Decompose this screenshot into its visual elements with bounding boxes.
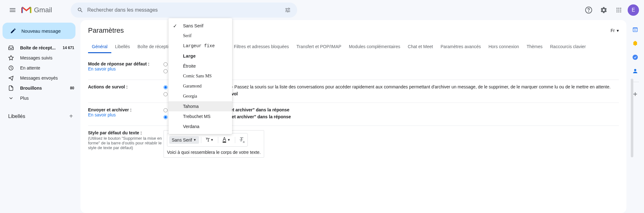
contacts-button[interactable] [632,68,638,74]
language-selector[interactable]: Fr ▾ [611,28,619,33]
send-archive-hide-radio[interactable] [164,115,168,119]
search-input[interactable] [87,7,281,13]
account-avatar[interactable]: E [628,4,639,16]
send-archive-show-text: Afficher le bouton "Envoyer et archiver"… [171,107,619,112]
hover-enable-radio[interactable] [164,85,168,89]
font-menu-item[interactable]: Trebuchet MS [169,111,232,121]
font-menu-item[interactable]: Large [169,51,232,61]
compose-button[interactable]: Nouveau message [3,23,75,39]
font-name: Comic Sans MS [183,74,212,79]
font-name: Large [183,53,196,59]
main-menu-button[interactable] [5,3,20,18]
text-style-label: Style par défaut du texte : [88,130,164,135]
hamburger-icon [10,7,15,13]
sidebar-item[interactable]: Boîte de récept...14 671 [0,43,78,53]
search-bar[interactable] [71,3,297,18]
gmail-logo[interactable]: Gmail [21,6,52,14]
settings-tabs: GénéralLibellésBoîte de réceptionComptes… [80,41,626,53]
send-archive-hide-text: Masquer le bouton "Envoyer et archiver" … [171,114,619,119]
font-menu-item[interactable]: Comic Sans MS [169,71,232,81]
sidebar-item[interactable]: Brouillons80 [0,83,78,93]
send-archive-show-radio[interactable] [164,108,168,112]
caret-icon: ▼ [193,138,197,142]
font-name: Largeur fixe [183,43,215,48]
add-label-button[interactable]: + [69,113,73,120]
sidebar-item-count: 80 [70,86,74,90]
hover-disable-radio[interactable] [164,92,168,96]
svg-point-6 [618,9,619,10]
reply-mode-radio-2[interactable] [164,69,168,73]
reply-learn-more[interactable]: En savoir plus [88,66,116,71]
search-icon[interactable] [73,7,87,13]
svg-point-8 [617,11,618,12]
font-name: Sans Serif [183,23,203,28]
check-icon: ✓ [173,23,177,29]
scrollbar[interactable] [631,79,633,157]
tasks-button[interactable] [632,54,638,60]
settings-tab[interactable]: Libellés [111,41,134,53]
settings-tab[interactable]: Hors connexion [485,41,523,53]
font-menu-item[interactable]: Verdana [169,121,232,132]
chevron-down-icon: ▾ [617,28,619,33]
font-menu-item[interactable]: Georgia [169,91,232,101]
settings-tab[interactable]: Général [88,41,111,53]
gear-icon [600,6,608,14]
svg-text:31: 31 [634,29,636,31]
font-name: Georgia [183,94,197,99]
sidebar-item[interactable]: Plus [0,93,78,103]
font-family-dropdown[interactable]: Sans Serif ▼ [169,136,199,144]
settings-tab[interactable]: Chat et Meet [404,41,437,53]
font-family-menu[interactable]: ✓Sans SerifSerifLargeur fixeLargeÉtroite… [169,18,232,134]
sidebar-item[interactable]: Messages suivis [0,53,78,63]
font-name: Trebuchet MS [183,114,210,119]
svg-point-15 [633,55,638,60]
apps-grid-icon [616,7,622,13]
caret-icon: ▼ [210,138,214,142]
style-toolbar: Sans Serif ▼ ᵀT ▼ A ▼ [167,133,248,147]
reply-mode-label: Mode de réponse par défaut : [88,61,164,66]
settings-tab[interactable]: Filtres et adresses bloquées [230,41,293,53]
sidebar-item-label: Messages suivis [20,55,74,60]
font-menu-item[interactable]: Serif [169,31,232,41]
svg-point-5 [617,9,618,10]
hover-actions-row: Actions de survol : Activer les actions … [88,80,619,103]
font-size-dropdown[interactable]: ᵀT ▼ [203,136,216,144]
font-name: Étroite [183,64,196,69]
settings-tab[interactable]: Paramètres avancés [437,41,485,53]
sidebar-item-icon [8,45,14,51]
settings-tab[interactable]: Thèmes [523,41,547,53]
settings-tab[interactable]: Transfert et POP/IMAP [293,41,345,53]
settings-button[interactable] [597,4,610,16]
sidebar-item-label: En attente [20,65,74,70]
sidebar-item-label: Brouillons [20,86,70,91]
svg-point-9 [618,11,619,12]
addons-button[interactable]: + [633,90,637,98]
sidebar-item[interactable]: Messages envoyés [0,73,78,83]
font-menu-item[interactable]: Tahoma [169,101,232,111]
text-color-dropdown[interactable]: A ▼ [220,136,233,144]
keep-button[interactable] [632,40,638,47]
svg-point-16 [634,69,636,71]
hover-enable-text: Activer les actions de survol - Passez l… [171,84,619,89]
toolbar-divider [218,137,218,143]
settings-tab[interactable]: Raccourcis clavier [546,41,590,53]
sidebar-item[interactable]: En attente [0,63,78,73]
sidebar-item-icon [8,95,14,101]
sidebar: Nouveau message Boîte de récept...14 671… [0,20,80,213]
search-options-button[interactable] [281,7,295,13]
send-archive-row: Envoyer et archiver : En savoir plus Aff… [88,103,619,126]
clear-formatting-button[interactable]: T✕ [237,135,246,144]
font-menu-item[interactable]: Garamond [169,81,232,91]
svg-point-1 [589,12,589,12]
apps-button[interactable] [613,4,625,16]
style-preview-text: Voici à quoi ressemblera le corps de vot… [167,150,261,157]
font-menu-item[interactable]: Étroite [169,61,232,71]
send-archive-learn-more[interactable]: En savoir plus [88,112,116,117]
font-menu-item[interactable]: ✓Sans Serif [169,21,232,31]
reply-mode-radio-1[interactable] [164,62,168,66]
caret-icon: ▼ [227,138,230,142]
calendar-button[interactable]: 31 [632,26,638,33]
settings-tab[interactable]: Modules complémentaires [345,41,404,53]
help-button[interactable] [582,4,595,16]
font-menu-item[interactable]: Largeur fixe [169,41,232,51]
